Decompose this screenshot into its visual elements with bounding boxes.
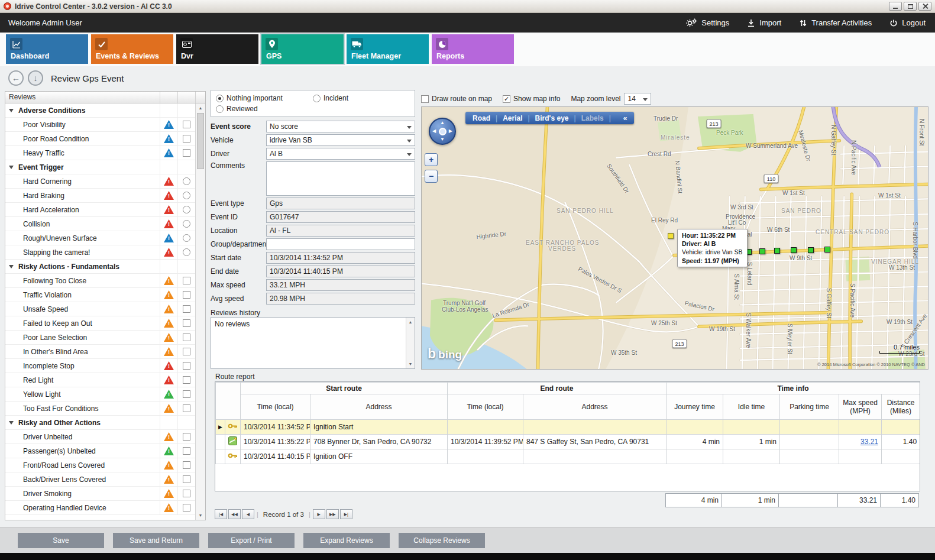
save-and-return-button[interactable]: Save and Return [113, 533, 199, 548]
column-header[interactable]: Distance (Miles) [882, 394, 920, 420]
event-score-select[interactable]: No score [266, 121, 415, 132]
review-checkbox[interactable] [183, 362, 190, 370]
review-checkbox[interactable] [183, 319, 190, 327]
compass-center[interactable] [439, 128, 447, 135]
end-date-field[interactable]: 10/3/2014 11:40:15 PM [266, 266, 415, 277]
draw-route-checkbox[interactable] [421, 95, 429, 103]
review-group[interactable]: Risky Actions - Fundamentals [5, 260, 195, 274]
map-zoom-select[interactable]: 14 [624, 93, 651, 105]
review-checkbox[interactable] [183, 121, 190, 128]
logout-button[interactable]: Logout [889, 18, 926, 27]
review-checkbox[interactable] [183, 447, 190, 455]
review-checkbox[interactable] [183, 376, 190, 384]
review-radio[interactable] [183, 206, 190, 213]
first-record-button[interactable]: |◀ [215, 509, 227, 519]
tab-dashboard[interactable]: Dashboard [6, 34, 88, 64]
scrollbar-thumb[interactable] [197, 113, 204, 169]
review-checkbox[interactable] [183, 404, 190, 412]
pan-north-icon[interactable]: ▲ [440, 121, 445, 125]
column-header[interactable]: Parking time [780, 394, 839, 420]
reviews-history-box[interactable]: No reviews ▲ ▼ [211, 317, 415, 369]
save-button[interactable]: Save [18, 533, 104, 548]
next-record-button[interactable]: ▶ [313, 509, 325, 519]
start-date-field[interactable]: 10/3/2014 11:34:52 PM [266, 252, 415, 264]
minimize-button[interactable] [889, 2, 902, 11]
tab-dvr[interactable]: Dvr [176, 34, 258, 64]
prev-page-button[interactable]: ◀◀ [228, 509, 241, 519]
scroll-down-icon[interactable]: ▼ [196, 511, 205, 520]
back-button[interactable]: ← [8, 70, 24, 86]
review-checkbox[interactable] [183, 149, 190, 157]
review-checkbox[interactable] [183, 277, 190, 284]
review-checkbox[interactable] [183, 433, 190, 441]
review-checkbox[interactable] [183, 334, 190, 341]
map-nav-collapse-icon[interactable]: « [623, 114, 627, 122]
down-button[interactable]: ↓ [28, 70, 43, 86]
classification-radio-nothing-important[interactable] [216, 95, 224, 102]
scroll-up-icon[interactable]: ▲ [406, 318, 415, 326]
prev-record-button[interactable]: ◀ [242, 509, 254, 519]
pan-west-icon[interactable]: ◀ [432, 129, 436, 134]
review-checkbox[interactable] [183, 135, 190, 143]
column-header[interactable]: Max speed (MPH) [839, 394, 882, 420]
review-radio[interactable] [183, 177, 190, 185]
map-view-aerial[interactable]: Aerial [503, 114, 522, 122]
zoom-out-button[interactable]: − [425, 170, 438, 183]
review-checkbox[interactable] [183, 490, 190, 497]
close-button[interactable] [918, 2, 931, 11]
settings-button[interactable]: Settings [686, 18, 729, 27]
review-checkbox[interactable] [183, 348, 190, 355]
review-checkbox[interactable] [183, 475, 190, 483]
column-header[interactable]: Idle time [723, 394, 780, 420]
expand-reviews-button[interactable]: Expand Reviews [303, 533, 390, 548]
zoom-in-button[interactable]: + [425, 153, 438, 166]
maximize-button[interactable] [904, 2, 917, 11]
route-row[interactable]: 10/3/2014 11:35:22 PM708 Bynner Dr, San … [216, 435, 920, 449]
review-radio[interactable] [183, 248, 190, 256]
map-compass[interactable]: ▲ ▼ ◀ ▶ [429, 118, 456, 145]
reviews-scrollbar[interactable]: ▲ ▼ [195, 103, 205, 520]
group-department-field[interactable] [266, 238, 415, 250]
review-radio[interactable] [183, 234, 190, 242]
vehicle-select[interactable]: idrive Van SB [266, 134, 415, 146]
column-header[interactable]: Address [523, 394, 667, 420]
collapse-reviews-button[interactable]: Collapse Reviews [399, 533, 485, 548]
reviews-history-scrollbar[interactable]: ▲ ▼ [406, 318, 415, 368]
route-row[interactable]: ▶10/3/2014 11:34:52 PMIgnition Start [216, 420, 920, 435]
pan-south-icon[interactable]: ▼ [440, 137, 445, 142]
column-header[interactable]: Address [310, 394, 448, 420]
comments-field[interactable] [266, 161, 415, 196]
review-group[interactable]: Risky and Other Actions [5, 416, 195, 430]
max-speed-field[interactable]: 33.21 MPH [266, 279, 415, 291]
route-row[interactable]: 10/3/2014 11:40:15 PMIgnition OFF [216, 449, 920, 464]
classification-radio-incident[interactable] [313, 95, 321, 102]
tab-reports[interactable]: Reports [432, 34, 514, 64]
transfer-activities-button[interactable]: Transfer Activities [799, 18, 872, 27]
map-view-labels[interactable]: Labels [581, 114, 604, 122]
review-checkbox[interactable] [183, 390, 190, 398]
import-button[interactable]: Import [747, 18, 781, 27]
scroll-up-icon[interactable]: ▲ [196, 103, 205, 112]
tab-fleet-manager[interactable]: Fleet Manager [347, 34, 429, 64]
last-record-button[interactable]: ▶| [340, 509, 352, 519]
review-group[interactable]: Event Trigger [5, 160, 195, 174]
review-checkbox[interactable] [183, 461, 190, 469]
column-header[interactable]: Time (local) [241, 394, 310, 420]
column-header[interactable]: Journey time [667, 394, 723, 420]
map[interactable]: Trudie DrPeck ParkMiralesteW Summerland … [421, 106, 928, 370]
map-view-bird-s-eye[interactable]: Bird's eye [535, 114, 569, 122]
location-field[interactable]: Al - FL [266, 225, 415, 237]
tab-events-reviews[interactable]: Events & Reviews [91, 34, 173, 64]
classification-radio-reviewed[interactable] [216, 105, 224, 113]
review-checkbox[interactable] [183, 291, 190, 299]
next-page-button[interactable]: ▶▶ [326, 509, 339, 519]
column-header[interactable]: Time (local) [448, 394, 523, 420]
event-type-field[interactable]: Gps [266, 198, 415, 209]
export-print-button[interactable]: Export / Print [208, 533, 295, 548]
driver-select[interactable]: Al B [266, 148, 415, 160]
show-map-info-checkbox[interactable] [503, 95, 510, 103]
max-speed-link[interactable]: 33.21 [860, 438, 878, 446]
review-checkbox[interactable] [183, 305, 190, 313]
pan-east-icon[interactable]: ▶ [449, 129, 452, 134]
scroll-down-icon[interactable]: ▼ [406, 360, 415, 368]
